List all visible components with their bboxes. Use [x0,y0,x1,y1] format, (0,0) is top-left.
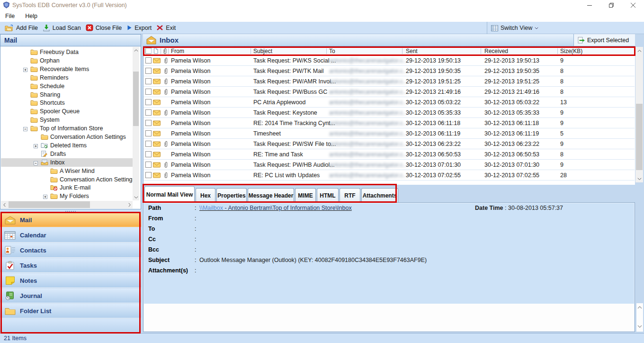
exit-button[interactable]: Exit [156,25,176,31]
scroll-down-icon[interactable] [635,175,643,182]
tree-item-shortcuts[interactable]: Shortcuts [1,99,133,107]
column-header-subject[interactable]: Subject [253,48,272,54]
tab-normal-mail-view[interactable]: Normal Mail View [144,186,195,202]
tab-attachments[interactable]: Attachments [361,188,398,202]
add-file-button[interactable]: Add File [5,24,38,31]
tree-vertical-scrollbar[interactable] [133,47,139,200]
message-row[interactable]: Pamela WilsonTask Request: Keystoneanton… [143,108,635,118]
tree-horizontal-scrollbar[interactable] [1,201,133,208]
path-link[interactable]: \\Mailbox - Antonio Bertram\Top of Infor… [199,205,352,211]
message-list-scrollbar[interactable] [635,47,643,182]
row-checkbox[interactable] [145,78,152,84]
tree-item-freebusy-data[interactable]: Freebusy Data [1,48,133,56]
maximize-button[interactable] [603,0,619,10]
tree-item-inbox[interactable]: Inbox [1,158,133,167]
message-row[interactable]: Pamela WilsonTask Request: PW/KS Social … [143,55,635,66]
tree-item-drafts[interactable]: Drafts [1,150,133,158]
scroll-down-icon[interactable] [637,323,642,330]
cell-to: antonio@thecarenavigator.c... [329,151,408,158]
nav-button-journal[interactable]: Journal [0,289,141,303]
tree-item-junk-e-mail[interactable]: Junk E-mail [1,183,133,192]
column-header-received[interactable]: Received [484,48,508,54]
nav-button-calendar[interactable]: Calendar [0,228,141,243]
minimize-button[interactable] [581,0,598,10]
scroll-up-icon[interactable] [133,47,139,54]
message-row[interactable]: Pamela WilsonTimesheetantonio@thecarenav… [143,128,635,139]
row-checkbox[interactable] [145,120,152,126]
splitter-handle[interactable] [0,209,141,213]
tree-item-conversation-action-settings[interactable]: Conversation Action Settings [1,133,133,141]
export-button[interactable]: Export [126,25,152,31]
collapse-icon[interactable] [34,160,38,167]
message-row[interactable]: Pamela WilsonRE: Time and Taskantonio@th… [143,149,635,160]
scrollbar-thumb[interactable] [133,72,139,126]
scrollbar-thumb[interactable] [636,104,643,170]
collapse-icon[interactable] [23,126,27,133]
tree-item-schedule[interactable]: Schedule [1,82,133,90]
menu-help[interactable]: Help [20,11,43,21]
row-checkbox[interactable] [145,141,152,147]
tree-item-top-of-information-store[interactable]: Top of Information Store [1,124,133,133]
row-checkbox[interactable] [145,130,152,136]
cell-from: Pamela Wilson [171,162,210,168]
row-checkbox[interactable] [145,162,152,168]
scrollbar-thumb[interactable] [9,201,90,208]
close-button[interactable] [625,0,641,10]
tree-item-spooler-queue[interactable]: Spooler Queue [1,107,133,116]
detail-field-subject: Subject:Outlook Message Manager (Outlook… [148,257,427,267]
row-checkbox[interactable] [145,172,152,178]
expand-icon[interactable] [23,67,27,73]
row-checkbox[interactable] [145,99,152,105]
column-header-sizekb[interactable]: Size(KB) [560,48,582,54]
tab-rtf[interactable]: RTF [340,188,360,202]
nav-button-contacts[interactable]: Contacts [0,243,141,258]
scroll-up-icon[interactable] [635,47,643,54]
expand-icon[interactable] [34,143,38,150]
scroll-up-icon[interactable] [637,304,642,311]
column-header-from[interactable]: From [171,48,184,54]
expand-icon[interactable] [43,194,47,200]
scroll-right-icon[interactable] [126,201,133,208]
message-row[interactable]: Pamela WilsonRE: PC List with Updatesant… [143,170,635,181]
tree-item-deleted-items[interactable]: Deleted Items [1,141,133,150]
column-header-sent[interactable]: Sent [406,48,418,54]
nav-button-folder-list[interactable]: Folder List [0,304,141,318]
nav-button-mail[interactable]: Mail [0,213,141,227]
tree-item-reminders[interactable]: Reminders [1,73,133,82]
message-row[interactable]: Pamela WilsonTask Request: PW/HB Audiol.… [143,160,635,170]
row-checkbox[interactable] [145,57,152,63]
message-row[interactable]: Pamela WilsonPC Atria Applewoodantonio@t… [143,97,635,108]
row-checkbox[interactable] [145,68,152,74]
message-row[interactable]: Pamela WilsonRE: 2014 Time Tracking Cynt… [143,118,635,128]
scroll-down-icon[interactable] [133,194,139,200]
message-row[interactable]: Pamela WilsonTask Request: PW/TK Mailant… [143,66,635,76]
message-row[interactable]: Pamela WilsonTask Request: PW/AMR Invoi.… [143,76,635,87]
export-selected-button[interactable]: Export Selected [573,34,635,46]
tab-html[interactable]: HTML [317,188,339,202]
switch-view-button[interactable]: Switch View [487,22,538,34]
row-checkbox[interactable] [145,109,152,116]
tree-item-a-wiser-mind[interactable]: A Wiser Mind [1,167,133,175]
tree-item-system[interactable]: System [1,116,133,124]
row-checkbox[interactable] [145,89,152,95]
load-scan-button[interactable]: Load Scan [43,24,81,32]
tree-item-orphan[interactable]: Orphan [1,56,133,65]
tree-item-sharing[interactable]: Sharing [1,90,133,99]
tree-item-recoverable-items[interactable]: Recoverable Items [1,65,133,73]
tab-hex[interactable]: Hex [196,188,215,202]
column-header-to[interactable]: To [329,48,335,54]
tab-mime[interactable]: MIME [295,188,316,202]
tree-item-my-folders[interactable]: My Folders [1,192,133,200]
tab-properties[interactable]: Properties [216,188,247,202]
menu-file[interactable]: File [0,11,20,21]
row-checkbox[interactable] [145,151,152,157]
nav-button-notes[interactable]: Notes [0,273,141,288]
tree-item-conversation-action-settings[interactable]: Conversation Action Settings [1,175,133,184]
close-file-button[interactable]: Close File [86,24,122,31]
message-row[interactable]: Pamela WilsonTask Request: PW/SW File to… [143,139,635,149]
detail-pane-scrollbar[interactable] [636,303,643,332]
nav-button-tasks[interactable]: Tasks [0,258,141,273]
tab-message-header[interactable]: Message Header [248,188,294,202]
scroll-left-icon[interactable] [1,201,8,208]
message-row[interactable]: Pamela WilsonTask Request: PW/Buss GCant… [143,87,635,97]
